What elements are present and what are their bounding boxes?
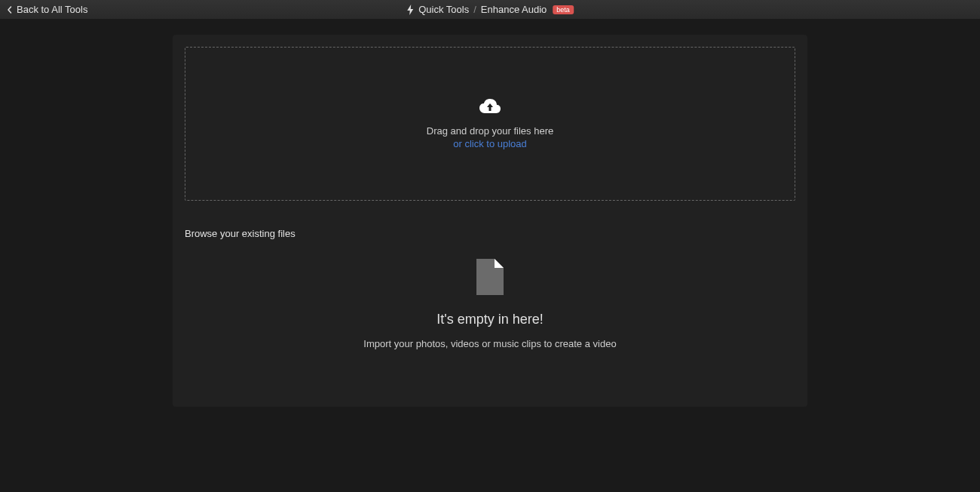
empty-state: It's empty in here! Import your photos, … [185,254,795,395]
breadcrumb-parent-link[interactable]: Quick Tools [418,4,469,15]
lightning-bolt-icon [406,5,414,15]
empty-title: It's empty in here! [436,312,544,327]
dropzone-text: Drag and drop your files here [427,125,553,137]
file-icon [476,259,504,298]
back-to-all-tools-link[interactable]: Back to All Tools [6,4,87,15]
chevron-left-icon [6,6,14,14]
file-dropzone[interactable]: Drag and drop your files here or click t… [185,47,795,201]
beta-badge: beta [553,5,574,14]
browse-title: Browse your existing files [185,228,795,239]
breadcrumb-current: Enhance Audio [481,4,547,15]
cloud-upload-icon [479,98,501,118]
breadcrumb-separator: / [473,4,476,15]
header-bar: Back to All Tools Quick Tools / Enhance … [0,0,980,20]
content-panel: Drag and drop your files here or click t… [173,35,807,407]
back-label: Back to All Tools [17,4,87,15]
main-container: Drag and drop your files here or click t… [0,20,980,422]
empty-subtitle: Import your photos, videos or music clip… [363,338,616,349]
breadcrumb: Quick Tools / Enhance Audio beta [406,4,574,15]
click-to-upload-link[interactable]: or click to upload [453,138,527,149]
browse-section: Browse your existing files It's empty in… [185,228,795,395]
